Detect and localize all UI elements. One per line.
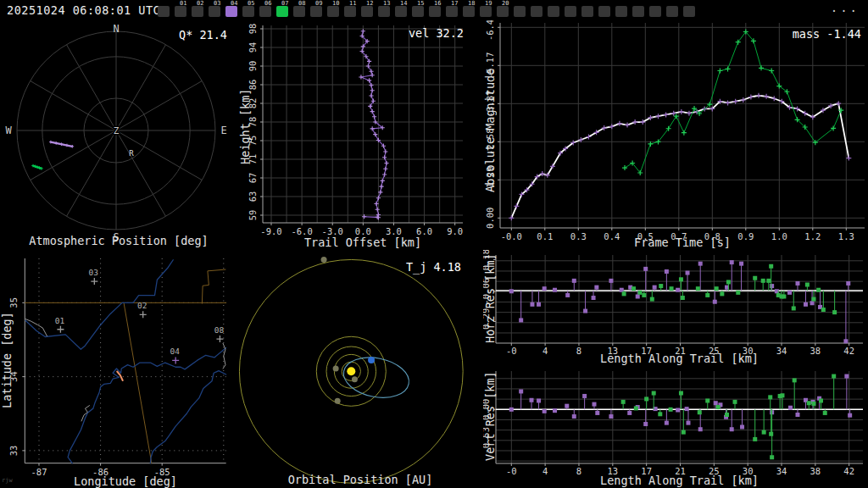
svg-text:63: 63 — [248, 191, 258, 202]
svg-text:86: 86 — [248, 80, 258, 91]
station-indicator-blank-24[interactable] — [565, 0, 581, 20]
meteor-ground-track — [117, 372, 123, 380]
svg-text:-0.53: -0.53 — [483, 427, 491, 454]
station-indicator-04[interactable]: 04 — [225, 0, 242, 20]
station-square-label: 05 — [248, 0, 254, 7]
svg-text:-85: -85 — [154, 467, 170, 477]
svg-text:-6.46: -6.46 — [485, 20, 495, 41]
station-square-icon — [192, 6, 203, 17]
station-square-icon — [361, 6, 373, 17]
svg-text:-0: -0 — [506, 346, 517, 356]
station-indicator-blank-28[interactable] — [632, 0, 649, 20]
svg-text:38: 38 — [810, 466, 821, 476]
svg-text:-0: -0 — [506, 466, 517, 476]
station-square-icon — [293, 6, 305, 17]
station-indicator-18[interactable]: 18 — [463, 0, 480, 20]
svg-text:4: 4 — [542, 466, 548, 476]
utc-timestamp: 20251024 06:08:01 UTC — [7, 3, 160, 17]
station-square-label: 04 — [231, 0, 237, 7]
station-indicator-16[interactable]: 16 — [429, 0, 446, 20]
station-square-label: 01 — [180, 0, 186, 7]
station-indicator-blank-31[interactable] — [683, 0, 700, 20]
station-square-icon — [514, 6, 526, 17]
station-indicator-blank-22[interactable] — [531, 0, 548, 20]
svg-text:-3.0: -3.0 — [322, 226, 343, 236]
axes-spines — [260, 25, 463, 225]
svg-text:W: W — [5, 125, 12, 136]
station-square-label: 10 — [332, 0, 339, 7]
svg-text:35: 35 — [8, 297, 19, 308]
earth-dot — [368, 357, 375, 363]
station-indicator-blank-23[interactable] — [548, 0, 565, 20]
station-indicator-03[interactable]: 03 — [209, 0, 225, 20]
station-square-label: 12 — [366, 0, 373, 7]
svg-text:38: 38 — [810, 346, 821, 356]
station-square-icon — [598, 6, 610, 17]
station-indicator-05[interactable]: 05 — [242, 0, 259, 20]
svg-text:67: 67 — [248, 173, 258, 184]
station-square-icon — [175, 6, 186, 17]
axes-tick-labels: -9.0-6.0-3.00.03.06.09.09894908682787571… — [248, 24, 463, 236]
svg-text:42: 42 — [843, 346, 854, 356]
station-square-label: 07 — [281, 0, 288, 7]
station-square-label: 03 — [214, 0, 220, 7]
station-square-icon — [276, 6, 288, 17]
polar-trails — [31, 141, 74, 170]
station-indicator-09[interactable]: 09 — [310, 0, 327, 20]
station-square-icon — [310, 6, 322, 17]
trail-offset-plot: -9.0-6.0-3.00.03.06.09.09894908682787571… — [237, 20, 483, 249]
station-indicator-blank-29[interactable] — [649, 0, 666, 20]
stems-station-07 — [621, 374, 837, 460]
station-indicator-06[interactable]: 06 — [259, 0, 276, 20]
svg-text:-6.0: -6.0 — [291, 226, 312, 236]
map-tick-labels: -87-86-85353433 — [8, 297, 170, 477]
svg-text:59: 59 — [248, 210, 258, 221]
vert-residuals-plot: -04813172125303438420.00-0.53 — [483, 366, 868, 488]
svg-text:-86: -86 — [92, 467, 108, 477]
station-square-icon — [429, 6, 441, 17]
svg-text:-87: -87 — [31, 467, 47, 477]
station-indicator-17[interactable]: 17 — [446, 0, 463, 20]
overflow-menu-icon[interactable]: ... — [831, 1, 860, 14]
station-indicator-12[interactable]: 12 — [361, 0, 378, 20]
station-square-label: 18 — [468, 0, 475, 7]
station-square-label: 16 — [434, 0, 441, 7]
top-status-bar: 20251024 06:08:01 UTC 010203040506070809… — [0, 0, 868, 20]
vert-residuals-panel: -04813172125303438420.00-0.53 Length Alo… — [483, 366, 868, 488]
svg-text:94: 94 — [248, 42, 258, 53]
svg-text:-2.58: -2.58 — [485, 128, 495, 155]
svg-text:90: 90 — [248, 61, 258, 72]
svg-text:02: 02 — [137, 301, 147, 310]
station-indicator-blank-0[interactable] — [158, 0, 175, 20]
station-indicator-blank-26[interactable] — [598, 0, 615, 20]
station-indicator-blank-25[interactable] — [581, 0, 598, 20]
station-indicator-19[interactable]: 19 — [480, 0, 497, 20]
station-square-label: 13 — [383, 0, 390, 7]
magnitude-panel: -0.00.10.30.40.50.70.80.91.01.21.3-6.46-… — [483, 20, 868, 249]
station-indicator-01[interactable]: 01 — [175, 0, 192, 20]
station-indicator-11[interactable]: 11 — [344, 0, 361, 20]
svg-text:0.7: 0.7 — [670, 231, 687, 241]
planet-dots — [321, 257, 358, 404]
station-square-label: 19 — [485, 0, 492, 7]
station-indicator-14[interactable]: 14 — [395, 0, 412, 20]
station-square-icon — [209, 6, 220, 17]
station-indicator-07[interactable]: 07 — [276, 0, 293, 20]
station-indicator-02[interactable]: 02 — [192, 0, 209, 20]
station-square-icon — [632, 6, 644, 17]
station-indicator-15[interactable]: 15 — [412, 0, 429, 20]
svg-text:04: 04 — [170, 347, 180, 356]
station-indicator-08[interactable]: 08 — [293, 0, 310, 20]
station-indicator-blank-21[interactable] — [514, 0, 531, 20]
station-indicator-13[interactable]: 13 — [378, 0, 395, 20]
station-indicator-blank-30[interactable] — [666, 0, 683, 20]
station-square-label: 06 — [264, 0, 271, 7]
station-indicator-20[interactable]: 20 — [497, 0, 514, 20]
station-square-icon — [344, 6, 356, 17]
svg-text:0.1: 0.1 — [537, 231, 553, 241]
svg-text:21: 21 — [675, 466, 686, 476]
svg-text:30: 30 — [743, 346, 754, 356]
station-indicator-10[interactable]: 10 — [327, 0, 344, 20]
atmospheric-position-panel: NSWEZR Q* 21.4 Atmospheric Position [deg… — [0, 20, 237, 249]
station-indicator-blank-27[interactable] — [615, 0, 632, 20]
